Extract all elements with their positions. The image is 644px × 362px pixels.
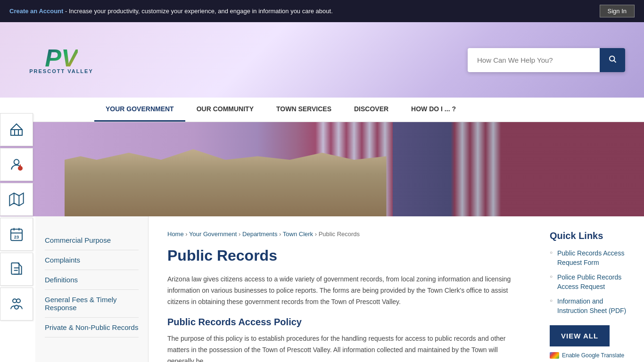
svg-text:23: 23 [14, 235, 19, 239]
header: PV PRESCOTT VALLEY [0, 22, 644, 98]
nav-item-how-do-i[interactable]: HOW DO I ... ? [400, 98, 467, 122]
top-bar: Create an Account - Increase your produc… [0, 0, 644, 22]
calendar-icon: 23 [9, 227, 24, 242]
breadcrumb: Home › Your Government › Departments › T… [167, 230, 521, 238]
quick-link-info-sheet[interactable]: Information and Instruction Sheet (PDF) [557, 297, 626, 314]
left-nav-item-private-records[interactable]: Private & Non-Public Records [45, 318, 139, 337]
sign-in-button[interactable]: Sign In [600, 5, 635, 17]
search-button[interactable] [600, 48, 625, 72]
top-bar-description: - Increase your productivity, customize … [65, 8, 333, 15]
svg-rect-14 [11, 263, 19, 274]
hero-building-decoration [65, 146, 387, 216]
svg-point-0 [610, 56, 615, 61]
svg-point-19 [15, 305, 18, 309]
top-bar-text: Create an Account - Increase your produc… [9, 8, 333, 15]
nav-item-discover[interactable]: DISCOVER [343, 98, 400, 122]
document-icon [9, 262, 24, 277]
svg-point-18 [17, 299, 20, 303]
breadcrumb-sep3: › [279, 230, 283, 238]
quick-link-item-2: Police Public Records Access Request [550, 273, 635, 291]
search-icon [608, 55, 617, 63]
logo-subtitle: PRESCOTT VALLEY [29, 68, 93, 74]
logo-pv-text: PV [45, 46, 77, 70]
left-nav: Commercial Purpose Complaints Definition… [35, 216, 149, 362]
breadcrumb-sep1: › [185, 230, 189, 238]
page-title: Public Records [167, 247, 521, 264]
logo-area: PV PRESCOTT VALLEY [19, 36, 104, 83]
svg-line-1 [614, 60, 616, 62]
page-content: Commercial Purpose Complaints Definition… [35, 216, 644, 362]
quick-links-title: Quick Links [550, 230, 635, 241]
google-translate-icon [550, 352, 559, 359]
breadcrumb-sep4: › [315, 230, 319, 238]
main-nav: YOUR GOVERNMENT OUR COMMUNITY TOWN SERVI… [0, 98, 644, 122]
search-input[interactable] [468, 49, 600, 71]
svg-point-4 [18, 166, 22, 170]
sidebar-icon-user-location[interactable] [0, 148, 33, 181]
quick-link-item-3: Information and Instruction Sheet (PDF) [550, 297, 635, 315]
user-location-icon [9, 157, 24, 172]
breadcrumb-your-government[interactable]: Your Government [189, 230, 237, 238]
hero-banner [0, 122, 644, 216]
breadcrumb-departments[interactable]: Departments [242, 230, 277, 238]
intro-text: Arizona law gives citizens access to a w… [167, 274, 521, 307]
map-icon [9, 192, 24, 207]
sidebar-icon-document[interactable] [0, 253, 33, 286]
left-nav-item-complaints[interactable]: Complaints [45, 250, 139, 270]
google-translate-label: Enable Google Translate [562, 352, 624, 359]
policy-section-title: Public Records Access Policy [167, 317, 521, 328]
community-icon [9, 296, 24, 312]
breadcrumb-town-clerk[interactable]: Town Clerk [283, 230, 313, 238]
breadcrumb-home[interactable]: Home [167, 230, 184, 238]
quick-link-item-1: Public Records Access Request Form [550, 249, 635, 267]
sidebar-icon-home[interactable] [0, 113, 33, 146]
svg-marker-6 [9, 193, 23, 206]
policy-text: The purpose of this policy is to establi… [167, 333, 521, 362]
sidebar-icon-community[interactable] [0, 288, 33, 321]
breadcrumb-sep2: › [239, 230, 242, 238]
create-account-link[interactable]: Create an Account [9, 8, 63, 15]
left-nav-item-commercial-purpose[interactable]: Commercial Purpose [45, 230, 139, 250]
left-nav-item-definitions[interactable]: Definitions [45, 270, 139, 290]
main-content: Home › Your Government › Departments › T… [149, 216, 540, 362]
nav-item-town-services[interactable]: TOWN SERVICES [265, 98, 343, 122]
sidebar-icon-map[interactable] [0, 183, 33, 216]
google-translate[interactable]: Enable Google Translate [550, 352, 635, 359]
nav-item-your-government[interactable]: YOUR GOVERNMENT [94, 98, 185, 122]
logo[interactable]: PV PRESCOTT VALLEY [19, 36, 104, 83]
left-sidebar: 23 [0, 113, 33, 321]
quick-links-sidebar: Quick Links Public Records Access Reques… [540, 216, 644, 362]
breadcrumb-current: Public Records [319, 230, 360, 238]
view-all-button[interactable]: VIEW ALL [550, 325, 610, 346]
svg-point-17 [13, 299, 17, 303]
quick-links-list: Public Records Access Request Form Polic… [550, 249, 635, 316]
home-icon [9, 122, 24, 137]
search-box [468, 48, 625, 72]
sidebar-icon-calendar[interactable]: 23 [0, 218, 33, 251]
nav-item-our-community[interactable]: OUR COMMUNITY [185, 98, 265, 122]
search-area [468, 48, 625, 72]
svg-point-3 [14, 159, 19, 165]
left-nav-item-general-fees[interactable]: General Fees & Timely Response [45, 290, 139, 318]
quick-link-public-records-form[interactable]: Public Records Access Request Form [557, 249, 624, 266]
svg-rect-2 [11, 130, 22, 135]
quick-link-police-records[interactable]: Police Public Records Access Request [557, 273, 621, 290]
